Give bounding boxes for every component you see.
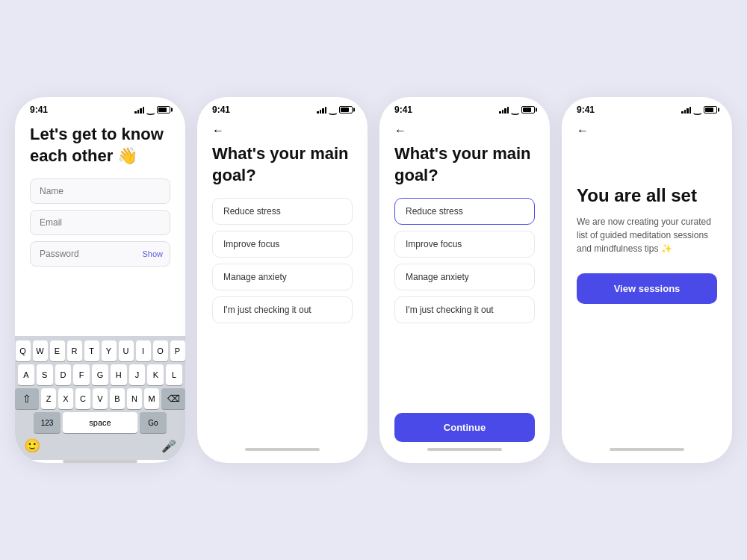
phone-allset: 9:41 ‿ ← You are all set We are now crea… xyxy=(562,97,732,463)
keyboard-row-2: A S D F G H J K L xyxy=(18,364,182,385)
phone-signup: 9:41 ‿ Let's get to know each other 👋 Sh… xyxy=(15,97,185,463)
goal-title-1: What's your main goal? xyxy=(212,143,353,186)
goal-option-1-0[interactable]: Reduce stress xyxy=(212,198,353,225)
password-row: Show xyxy=(30,241,170,267)
key-q[interactable]: Q xyxy=(16,340,31,361)
back-button-4[interactable]: ← xyxy=(577,124,717,137)
status-time-4: 9:41 xyxy=(577,105,595,115)
allset-description: We are now creating your curated list of… xyxy=(577,215,717,255)
status-icons-3: ‿ xyxy=(499,105,535,115)
key-i[interactable]: I xyxy=(136,340,151,361)
key-z[interactable]: Z xyxy=(41,388,56,409)
keyboard: Q W E R T Y U I O P A S D F G H xyxy=(15,336,185,460)
allset-title: You are all set xyxy=(577,185,717,206)
show-password-button[interactable]: Show xyxy=(142,249,163,258)
wifi-icon-4: ‿ xyxy=(694,105,701,115)
phone-goal-2: 9:41 ‿ ← What's your main goal? Reduce s… xyxy=(379,97,550,463)
home-indicator-3 xyxy=(427,448,502,451)
key-e[interactable]: E xyxy=(50,340,65,361)
numbers-key[interactable]: 123 xyxy=(34,412,61,433)
wifi-icon-3: ‿ xyxy=(512,105,518,115)
key-v[interactable]: V xyxy=(93,388,108,409)
key-h[interactable]: H xyxy=(111,364,127,385)
goal-option-1-3[interactable]: I'm just checking it out xyxy=(212,296,353,323)
status-icons-1: ‿ xyxy=(134,105,170,115)
phones-container: 9:41 ‿ Let's get to know each other 👋 Sh… xyxy=(15,97,732,463)
name-input[interactable] xyxy=(30,178,170,204)
key-c[interactable]: C xyxy=(75,388,90,409)
key-w[interactable]: W xyxy=(33,340,48,361)
phone-2-content: ← What's your main goal? Reduce stress I… xyxy=(197,119,368,463)
emoji-key[interactable]: 🙂 xyxy=(24,438,40,454)
status-time-3: 9:41 xyxy=(394,105,412,115)
key-y[interactable]: Y xyxy=(102,340,117,361)
email-input[interactable] xyxy=(30,210,170,235)
battery-icon-4 xyxy=(704,106,717,113)
key-j[interactable]: J xyxy=(129,364,146,385)
wifi-icon-1: ‿ xyxy=(147,105,154,115)
keyboard-row-4: 123 space Go xyxy=(18,412,182,433)
key-l[interactable]: L xyxy=(166,364,182,385)
status-icons-2: ‿ xyxy=(317,105,353,115)
mic-key[interactable]: 🎤 xyxy=(161,439,176,453)
signal-icon-1 xyxy=(134,106,144,113)
wifi-icon-2: ‿ xyxy=(329,105,336,115)
battery-icon-3 xyxy=(521,106,535,113)
goal-option-2-2[interactable]: Manage anxiety xyxy=(394,264,535,290)
key-n[interactable]: N xyxy=(127,388,142,409)
key-p[interactable]: P xyxy=(170,340,185,361)
battery-icon-1 xyxy=(157,106,170,113)
home-indicator-2 xyxy=(245,448,320,451)
space-key[interactable]: space xyxy=(63,412,137,433)
status-time-1: 9:41 xyxy=(30,105,48,115)
key-f[interactable]: F xyxy=(73,364,90,385)
key-u[interactable]: U xyxy=(119,340,134,361)
status-time-2: 9:41 xyxy=(212,105,230,115)
key-x[interactable]: X xyxy=(58,388,73,409)
home-indicator-1 xyxy=(63,460,137,463)
key-m[interactable]: M xyxy=(144,388,159,409)
go-key[interactable]: Go xyxy=(140,412,167,433)
goal-option-2-3[interactable]: I'm just checking it out xyxy=(394,296,535,323)
status-bar-2: 9:41 ‿ xyxy=(197,97,368,119)
phone-3-content: ← What's your main goal? Reduce stress I… xyxy=(379,119,550,463)
battery-icon-2 xyxy=(339,106,353,113)
back-button-2[interactable]: ← xyxy=(212,124,353,137)
status-icons-4: ‿ xyxy=(681,105,717,115)
back-button-3[interactable]: ← xyxy=(394,124,535,137)
status-bar-3: 9:41 ‿ xyxy=(379,97,550,119)
keyboard-bottom: 🙂 🎤 xyxy=(18,436,182,457)
keyboard-row-3: ⇧ Z X C V B N M ⌫ xyxy=(18,388,182,409)
key-r[interactable]: R xyxy=(67,340,82,361)
key-t[interactable]: T xyxy=(84,340,99,361)
delete-key[interactable]: ⌫ xyxy=(161,388,185,409)
signal-icon-2 xyxy=(317,106,326,113)
goal-option-2-0[interactable]: Reduce stress xyxy=(394,198,535,225)
home-indicator-4 xyxy=(610,448,684,451)
phone-1-content: Let's get to know each other 👋 Show Q W … xyxy=(15,119,185,460)
shift-key[interactable]: ⇧ xyxy=(15,388,39,409)
key-d[interactable]: D xyxy=(55,364,72,385)
key-s[interactable]: S xyxy=(37,364,53,385)
phone-4-content: ← You are all set We are now creating yo… xyxy=(562,119,732,463)
key-b[interactable]: B xyxy=(110,388,125,409)
goal-option-1-2[interactable]: Manage anxiety xyxy=(212,264,353,290)
key-k[interactable]: K xyxy=(147,364,164,385)
view-sessions-button[interactable]: View sessions xyxy=(577,273,717,304)
signup-title: Let's get to know each other 👋 xyxy=(30,124,170,167)
keyboard-row-1: Q W E R T Y U I O P xyxy=(18,340,182,361)
goal-option-1-1[interactable]: Improve focus xyxy=(212,231,353,258)
signal-icon-3 xyxy=(499,106,509,113)
status-bar-4: 9:41 ‿ xyxy=(562,97,732,119)
phone-goal-1: 9:41 ‿ ← What's your main goal? Reduce s… xyxy=(197,97,368,463)
continue-button[interactable]: Continue xyxy=(394,413,535,442)
goal-title-2: What's your main goal? xyxy=(394,143,535,186)
key-a[interactable]: A xyxy=(18,364,34,385)
signal-icon-4 xyxy=(681,106,691,113)
key-g[interactable]: G xyxy=(92,364,108,385)
key-o[interactable]: O xyxy=(153,340,168,361)
goal-option-2-1[interactable]: Improve focus xyxy=(394,231,535,258)
status-bar-1: 9:41 ‿ xyxy=(15,97,185,119)
